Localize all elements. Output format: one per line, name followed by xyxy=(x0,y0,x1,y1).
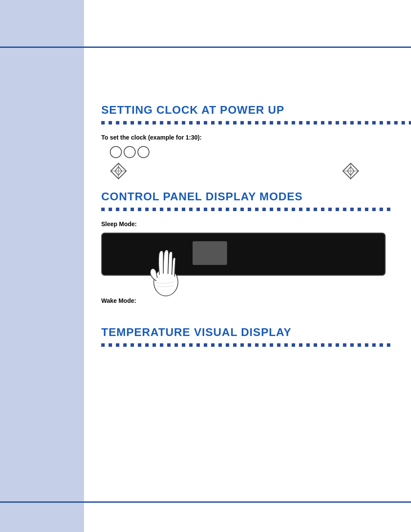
dot xyxy=(240,121,244,124)
bottom-border-line xyxy=(0,501,84,503)
dot xyxy=(255,121,258,124)
dot xyxy=(343,343,346,347)
circle-icon-1 xyxy=(110,146,122,158)
dot xyxy=(314,343,317,347)
dot xyxy=(109,343,112,347)
dot xyxy=(138,208,141,211)
dot xyxy=(123,121,127,124)
dot xyxy=(174,208,178,211)
sidebar xyxy=(0,0,84,532)
dot xyxy=(365,121,368,124)
dot xyxy=(109,208,112,211)
dot xyxy=(233,343,237,347)
separator-dots-2 xyxy=(101,208,394,211)
dot xyxy=(277,343,280,347)
dot xyxy=(101,121,105,124)
dot xyxy=(248,208,251,211)
dot xyxy=(240,343,244,347)
dot xyxy=(167,343,171,347)
dot xyxy=(174,121,178,124)
dot xyxy=(262,121,266,124)
dot xyxy=(262,343,266,347)
dot xyxy=(380,208,383,211)
dot xyxy=(174,343,178,347)
dot xyxy=(116,343,119,347)
dot xyxy=(131,343,134,347)
separator-dots-3 xyxy=(101,343,394,347)
dot xyxy=(387,343,390,347)
dot xyxy=(182,343,185,347)
dot xyxy=(336,121,339,124)
dot xyxy=(255,208,258,211)
dot xyxy=(248,121,251,124)
dot xyxy=(196,121,200,124)
dot xyxy=(160,208,163,211)
dot xyxy=(218,343,222,347)
dot xyxy=(314,121,317,124)
dot xyxy=(123,343,127,347)
dot xyxy=(328,208,332,211)
dot xyxy=(196,208,200,211)
dot xyxy=(101,208,105,211)
dot xyxy=(145,121,149,124)
dot xyxy=(306,208,310,211)
dot xyxy=(145,208,149,211)
dot xyxy=(358,208,361,211)
circle-icon-2 xyxy=(124,146,136,158)
dot xyxy=(116,208,119,211)
dot xyxy=(372,343,376,347)
dot xyxy=(292,121,295,124)
section-title-temperature: TEMPERATURE VISUAL DISPLAY xyxy=(101,326,394,339)
dot xyxy=(336,343,339,347)
dot xyxy=(189,343,193,347)
separator-dots-1 xyxy=(101,121,394,124)
dot xyxy=(350,121,354,124)
dot xyxy=(402,121,405,124)
dot xyxy=(358,121,361,124)
dot xyxy=(153,208,156,211)
dot xyxy=(262,208,266,211)
dot xyxy=(138,121,141,124)
section-setting-clock: SETTING CLOCK AT POWER UP xyxy=(101,103,394,181)
circle-icon-3 xyxy=(137,146,149,158)
dot xyxy=(153,121,156,124)
dot xyxy=(240,208,244,211)
dot xyxy=(321,121,324,124)
dot xyxy=(204,121,207,124)
hand-illustration xyxy=(144,250,187,303)
dot xyxy=(138,343,141,347)
dot xyxy=(211,208,215,211)
dot xyxy=(204,208,207,211)
dot xyxy=(255,343,258,347)
dot xyxy=(167,208,171,211)
dot xyxy=(343,121,346,124)
dot xyxy=(343,208,346,211)
dot xyxy=(277,208,280,211)
main-bottom-line xyxy=(84,501,411,503)
dot xyxy=(226,121,229,124)
dot xyxy=(284,121,288,124)
dot xyxy=(270,121,273,124)
dot xyxy=(394,121,398,124)
dot xyxy=(336,208,339,211)
dot xyxy=(160,121,163,124)
dot xyxy=(167,121,171,124)
dot xyxy=(123,208,127,211)
dot xyxy=(358,343,361,347)
dot xyxy=(328,121,332,124)
dot xyxy=(101,343,105,347)
dot xyxy=(380,343,383,347)
content-area: SETTING CLOCK AT POWER UP xyxy=(101,0,394,347)
main-content: SETTING CLOCK AT POWER UP xyxy=(84,0,411,532)
top-border-line xyxy=(0,47,84,48)
dot xyxy=(365,343,368,347)
dot xyxy=(409,121,411,124)
display-screen xyxy=(193,241,227,265)
sleep-mode-label: Sleep Mode: xyxy=(101,221,394,227)
circles-row xyxy=(110,146,394,158)
dot xyxy=(365,208,368,211)
dot xyxy=(299,121,302,124)
dot xyxy=(189,121,193,124)
dot xyxy=(350,343,354,347)
dot xyxy=(218,208,222,211)
